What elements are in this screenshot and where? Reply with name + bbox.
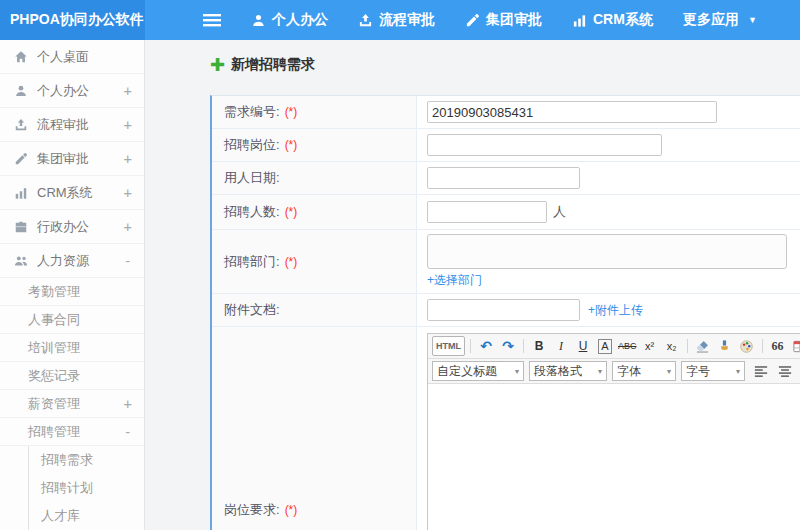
sidebar-item-personal-desktop[interactable]: 个人桌面 bbox=[0, 40, 144, 74]
editor-content[interactable] bbox=[428, 384, 800, 530]
position-input[interactable] bbox=[427, 134, 662, 156]
edit-icon bbox=[14, 152, 28, 166]
sidebar-item-recruit-demand[interactable]: 招聘需求 bbox=[29, 446, 144, 474]
paragraph-format-select[interactable]: 段落格式▾ bbox=[529, 361, 607, 381]
app-logo: PHPOA协同办公软件 bbox=[0, 0, 145, 40]
sidebar-item-human-resources[interactable]: 人力资源- bbox=[0, 244, 144, 278]
nav-group-approval[interactable]: 集团审批 bbox=[465, 11, 542, 29]
nav-more-apps[interactable]: 更多应用▼ bbox=[683, 11, 757, 29]
recruitment-submenu: 招聘需求 招聘计划 人才库 bbox=[28, 446, 144, 530]
form-row-demand-no: 需求编号:(*) bbox=[212, 96, 800, 129]
sidebar-item-hr-contract[interactable]: 人事合同 bbox=[0, 306, 144, 334]
attachment-input[interactable] bbox=[427, 299, 580, 321]
sidebar-item-admin-office[interactable]: 行政办公+ bbox=[0, 210, 144, 244]
sidebar-item-recruit-plan[interactable]: 招聘计划 bbox=[29, 474, 144, 502]
sidebar-item-talent-pool[interactable]: 人才库 bbox=[29, 502, 144, 530]
required-mark: (*) bbox=[285, 138, 298, 152]
subscript-button[interactable]: x₂ bbox=[662, 336, 682, 356]
align-left-button[interactable] bbox=[750, 361, 772, 381]
palette-button[interactable] bbox=[737, 336, 757, 356]
nav-workflow-approval[interactable]: 流程审批 bbox=[358, 11, 435, 29]
sidebar-item-group-approval[interactable]: 集团审批+ bbox=[0, 142, 144, 176]
bold-button[interactable]: B bbox=[529, 336, 549, 356]
sidebar-item-crm-system[interactable]: CRM系统+ bbox=[0, 176, 144, 210]
main-content: ✚ 新增招聘需求 需求编号:(*) 招聘岗位:(*) 用人日期: 招聘人数:(*… bbox=[145, 40, 800, 530]
align-center-button[interactable] bbox=[774, 361, 796, 381]
clear-format-button[interactable] bbox=[693, 336, 713, 356]
char-border-button[interactable]: A bbox=[595, 336, 615, 356]
field-label: 用人日期: bbox=[224, 169, 280, 187]
expand-indicator: + bbox=[124, 83, 132, 99]
sidebar-item-workflow-approval[interactable]: 流程审批+ bbox=[0, 108, 144, 142]
caret-down-icon: ▾ bbox=[667, 367, 671, 376]
paint-format-button[interactable] bbox=[715, 336, 735, 356]
select-department-link[interactable]: +选择部门 bbox=[427, 272, 482, 289]
sidebar-item-recruitment[interactable]: 招聘管理- bbox=[0, 418, 144, 446]
expand-indicator: + bbox=[124, 185, 132, 201]
italic-button[interactable]: I bbox=[551, 336, 571, 356]
form-row-attachment: 附件文档: +附件上传 bbox=[212, 294, 800, 327]
hire-date-input[interactable] bbox=[427, 167, 580, 189]
flow-icon bbox=[14, 118, 28, 132]
expand-indicator: - bbox=[124, 424, 132, 440]
insert-table-button[interactable] bbox=[790, 336, 800, 356]
field-label: 附件文档: bbox=[224, 301, 280, 319]
required-mark: (*) bbox=[285, 503, 298, 517]
toolbar-separator bbox=[687, 339, 688, 353]
caret-down-icon: ▾ bbox=[598, 367, 602, 376]
required-mark: (*) bbox=[285, 255, 298, 269]
sidebar-item-salary[interactable]: 薪资管理+ bbox=[0, 390, 144, 418]
custom-title-select[interactable]: 自定义标题▾ bbox=[432, 361, 524, 381]
required-mark: (*) bbox=[285, 105, 298, 119]
top-header: PHPOA协同办公软件 个人办公 流程审批 集团审批 CRM系统 更多应用▼ bbox=[0, 0, 800, 40]
toolbar-separator bbox=[470, 339, 471, 353]
attachment-upload-link[interactable]: +附件上传 bbox=[588, 302, 643, 319]
department-textarea[interactable] bbox=[427, 234, 787, 269]
align-center-icon bbox=[778, 364, 792, 378]
sidebar-item-attendance[interactable]: 考勤管理 bbox=[0, 278, 144, 306]
brush-icon bbox=[717, 339, 732, 354]
user-icon bbox=[14, 84, 28, 98]
nav-personal-office[interactable]: 个人办公 bbox=[251, 11, 328, 29]
editor-toolbar-row2: 自定义标题▾ 段落格式▾ 字体▾ 字号▾ bbox=[428, 359, 800, 384]
font-size-select[interactable]: 字号▾ bbox=[681, 361, 745, 381]
expand-indicator: + bbox=[124, 117, 132, 133]
field-label: 招聘岗位: bbox=[224, 136, 280, 154]
caret-down-icon: ▾ bbox=[736, 367, 740, 376]
strikethrough-button[interactable]: ABC bbox=[617, 336, 638, 356]
undo-button[interactable]: ↶ bbox=[476, 336, 496, 356]
font-family-select[interactable]: 字体▾ bbox=[612, 361, 676, 381]
blockquote-button[interactable]: 66 bbox=[768, 336, 788, 356]
home-icon bbox=[14, 50, 28, 64]
redo-button[interactable]: ↷ bbox=[498, 336, 518, 356]
form-row-headcount: 招聘人数:(*) 人 bbox=[212, 195, 800, 230]
hamburger-button[interactable] bbox=[203, 13, 221, 27]
expand-indicator: + bbox=[124, 219, 132, 235]
recruit-demand-form: 需求编号:(*) 招聘岗位:(*) 用人日期: 招聘人数:(*) 人 招聘部门:… bbox=[210, 95, 800, 530]
sidebar-item-training[interactable]: 培训管理 bbox=[0, 334, 144, 362]
expand-indicator: - bbox=[124, 253, 132, 269]
form-row-hire-date: 用人日期: bbox=[212, 162, 800, 195]
html-source-button[interactable]: HTML bbox=[432, 336, 465, 356]
underline-button[interactable]: U bbox=[573, 336, 593, 356]
sidebar-item-reward-punishment[interactable]: 奖惩记录 bbox=[0, 362, 144, 390]
caret-down-icon: ▼ bbox=[748, 15, 757, 25]
sidebar-item-personal-office[interactable]: 个人办公+ bbox=[0, 74, 144, 108]
required-mark: (*) bbox=[285, 205, 298, 219]
demand-no-input[interactable] bbox=[427, 101, 717, 123]
chart-icon bbox=[14, 186, 28, 200]
nav-crm-system[interactable]: CRM系统 bbox=[572, 11, 653, 29]
sidebar: 个人桌面 个人办公+ 流程审批+ 集团审批+ CRM系统+ 行政办公+ 人力资源… bbox=[0, 40, 145, 530]
expand-indicator: + bbox=[124, 151, 132, 167]
people-icon bbox=[14, 254, 28, 268]
form-row-position: 招聘岗位:(*) bbox=[212, 129, 800, 162]
form-row-department: 招聘部门:(*) +选择部门 bbox=[212, 230, 800, 294]
eraser-icon bbox=[695, 339, 710, 354]
field-label: 招聘人数: bbox=[224, 203, 280, 221]
editor-toolbar-row1: HTML ↶ ↷ B I U A ABC x² x₂ bbox=[428, 334, 800, 359]
edit-icon bbox=[465, 13, 480, 28]
user-icon bbox=[251, 13, 266, 28]
headcount-input[interactable] bbox=[427, 201, 547, 223]
caret-down-icon: ▾ bbox=[515, 367, 519, 376]
superscript-button[interactable]: x² bbox=[640, 336, 660, 356]
